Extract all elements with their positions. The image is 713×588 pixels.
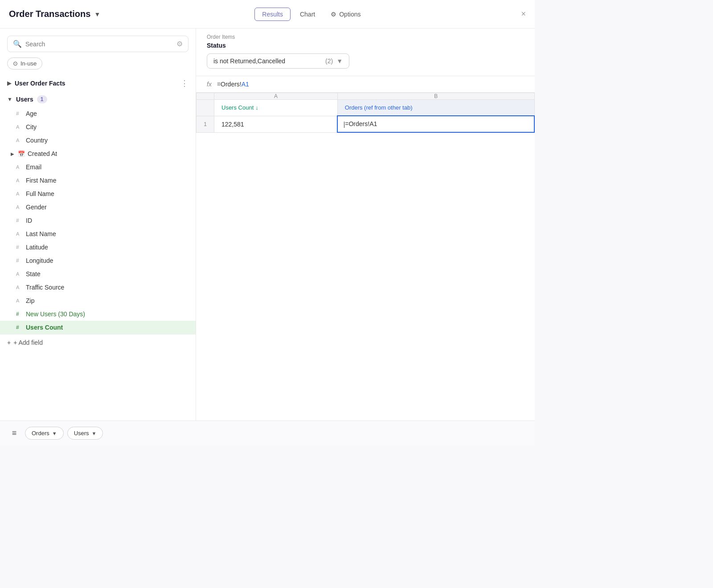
users-tab-label: Users <box>74 430 89 437</box>
section-label: ▶ User Order Facts <box>7 80 66 87</box>
main-layout: 🔍 ⚙ ⊙ In-use ▶ User Order Facts ⋮ <box>0 29 535 421</box>
plus-icon: + <box>7 339 11 346</box>
users-section-label: ▼ Users 1 <box>7 95 47 103</box>
in-use-button[interactable]: ⊙ In-use <box>7 57 42 69</box>
spreadsheet-table: A B Users Count↓ Orders (ref from other … <box>196 93 535 133</box>
page-title: Order Transactions <box>9 9 90 19</box>
col-header-row: A B <box>197 93 535 100</box>
filter-select[interactable]: is not Returned,Cancelled (2) ▼ <box>207 53 349 69</box>
filter-bar: Order Items Status is not Returned,Cance… <box>196 29 535 76</box>
cell-formula: =Orders! <box>345 120 369 127</box>
item-label: ID <box>26 217 32 224</box>
section-title: User Order Facts <box>15 80 66 87</box>
bottom-tab-users[interactable]: Users ▼ <box>67 427 103 440</box>
options-sliders-icon: ⚙ <box>331 11 336 18</box>
hash-icon: # <box>16 217 22 224</box>
filter-source-label: Order Items <box>207 34 524 40</box>
list-item-users-count[interactable]: # Users Count <box>0 321 196 334</box>
filter-icon[interactable]: ⚙ <box>176 40 183 48</box>
abc-icon: A <box>16 231 22 237</box>
item-label: Longitude <box>26 257 53 264</box>
formula-cell-ref: A1 <box>369 120 377 127</box>
close-icon[interactable]: × <box>521 9 526 19</box>
header: Order Transactions ▼ Results Chart ⚙ Opt… <box>0 0 535 29</box>
cell-b1[interactable]: =Orders!A1 <box>337 116 534 132</box>
item-label: Country <box>26 137 48 144</box>
chevron-down-icon: ▼ <box>92 431 97 436</box>
chevron-right-icon: ▶ <box>11 151 14 156</box>
abc-icon: A <box>16 178 22 183</box>
list-item[interactable]: A Full Name <box>0 187 196 200</box>
sidebar: 🔍 ⚙ ⊙ In-use ▶ User Order Facts ⋮ <box>0 29 196 421</box>
list-item[interactable]: A State <box>0 267 196 281</box>
list-item[interactable]: # ID <box>0 214 196 227</box>
bottom-bar: ≡ Orders ▼ Users ▼ <box>0 421 535 445</box>
table-row: 1 122,581 =Orders!A1 <box>197 116 535 132</box>
hash-icon: # <box>16 311 22 317</box>
abc-icon: A <box>16 285 22 290</box>
orders-tab-label: Orders <box>32 430 49 437</box>
title-dropdown-icon[interactable]: ▼ <box>94 11 100 18</box>
list-item-created-at[interactable]: ▶ 📅 Created At <box>0 147 196 160</box>
hamburger-button[interactable]: ≡ <box>7 426 21 441</box>
item-label: Traffic Source <box>26 284 64 291</box>
search-icon: 🔍 <box>13 40 22 48</box>
list-item[interactable]: A Country <box>0 134 196 147</box>
bottom-tab-orders[interactable]: Orders ▼ <box>25 427 64 440</box>
hash-icon: # <box>16 244 22 250</box>
filter-count: (2) <box>325 57 333 65</box>
calendar-icon: 📅 <box>18 151 25 157</box>
abc-icon: A <box>16 271 22 277</box>
item-label: Latitude <box>26 244 48 251</box>
list-item[interactable]: A Traffic Source <box>0 281 196 294</box>
hash-icon: # <box>16 110 22 117</box>
list-item[interactable]: # Age <box>0 107 196 120</box>
sidebar-item-user-order-facts[interactable]: ▶ User Order Facts ⋮ <box>0 75 196 92</box>
filter-field-label: Status <box>207 42 524 49</box>
item-label: Users Count <box>26 324 63 331</box>
tab-results[interactable]: Results <box>254 8 291 21</box>
search-input[interactable] <box>25 41 173 48</box>
list-item-new-users[interactable]: # New Users (30 Days) <box>0 307 196 321</box>
chevron-down-icon: ▼ <box>52 431 57 436</box>
in-use-label: In-use <box>20 60 37 67</box>
more-options-icon[interactable]: ⋮ <box>180 78 188 88</box>
tab-chart[interactable]: Chart <box>292 8 323 21</box>
sidebar-item-users[interactable]: ▼ Users 1 <box>0 92 196 107</box>
header-tabs: Results Chart ⚙ Options <box>254 8 367 21</box>
chevron-down-icon: ▼ <box>336 57 343 65</box>
spreadsheet: A B Users Count↓ Orders (ref from other … <box>196 93 535 421</box>
abc-icon: A <box>16 191 22 196</box>
abc-icon: A <box>16 124 22 130</box>
list-item[interactable]: # Latitude <box>0 241 196 254</box>
chevron-down-icon: ▼ <box>7 96 12 102</box>
abc-icon: A <box>16 138 22 143</box>
list-item[interactable]: A Gender <box>0 200 196 214</box>
list-item[interactable]: A City <box>0 120 196 134</box>
sidebar-scroll: ▶ User Order Facts ⋮ ▼ Users 1 # <box>0 75 196 421</box>
hash-icon: # <box>16 257 22 264</box>
app-container: Order Transactions ▼ Results Chart ⚙ Opt… <box>0 0 535 445</box>
fx-label: fx <box>207 81 212 88</box>
data-header-row: Users Count↓ Orders (ref from other tab) <box>197 100 535 116</box>
list-item[interactable]: A Email <box>0 160 196 174</box>
formula-text: =Orders!A1 <box>217 81 249 88</box>
formula-prefix: =Orders! <box>217 81 242 88</box>
item-label: City <box>26 123 37 131</box>
link-icon: ⊙ <box>13 60 18 67</box>
options-label: Options <box>339 11 361 18</box>
tab-options[interactable]: ⚙ Options <box>324 8 367 20</box>
row-num-header <box>197 93 214 100</box>
list-item[interactable]: A Zip <box>0 294 196 307</box>
list-item[interactable]: A First Name <box>0 174 196 187</box>
list-item[interactable]: # Longitude <box>0 254 196 267</box>
users-badge: 1 <box>37 95 47 103</box>
abc-icon: A <box>16 204 22 210</box>
item-label: Zip <box>26 297 34 304</box>
add-field-button[interactable]: + + Add field <box>0 334 196 351</box>
users-label: Users <box>16 96 33 103</box>
search-bar[interactable]: 🔍 ⚙ <box>7 36 188 52</box>
formula-bar: fx =Orders!A1 <box>196 76 535 93</box>
cell-a1[interactable]: 122,581 <box>214 116 338 132</box>
list-item[interactable]: A Last Name <box>0 227 196 241</box>
